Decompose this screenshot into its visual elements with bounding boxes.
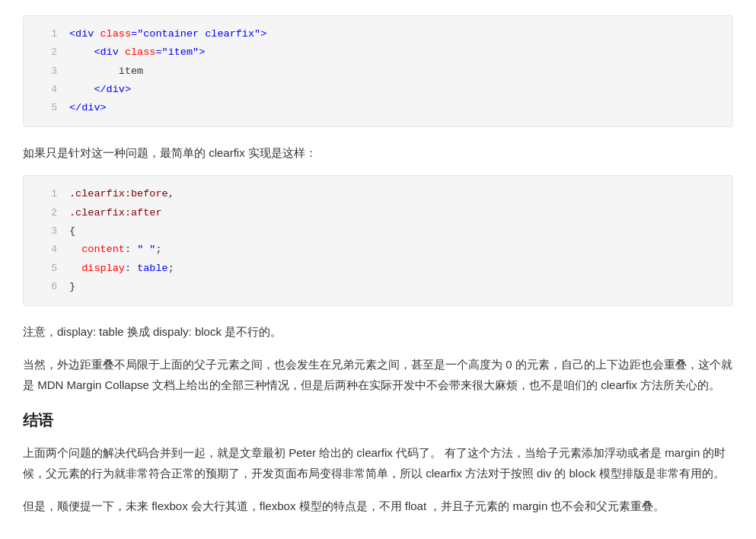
paragraph-1: 如果只是针对这一种问题，最简单的 clearfix 实现是这样：: [23, 142, 733, 163]
code-line: 4 </div>: [36, 81, 720, 99]
code-line: 2 .clearfix:after: [36, 204, 720, 222]
code-line: 5 display: table;: [36, 260, 720, 278]
code-line: 3 item: [36, 62, 720, 81]
code-line: 1 <div class="container clearfix">: [36, 25, 720, 43]
code-block-1: 1 <div class="container clearfix"> 2 <di…: [23, 15, 733, 127]
code-line: 3 {: [36, 222, 720, 241]
code-block-2: 1 .clearfix:before, 2 .clearfix:after 3 …: [23, 175, 733, 306]
code-line: 1 .clearfix:before,: [36, 185, 720, 203]
code-line: 5 </div>: [36, 99, 720, 117]
code-line: 4 content: " ";: [36, 241, 720, 259]
paragraph-3: 当然，外边距重叠不局限于上面的父子元素之间，也会发生在兄弟元素之间，甚至是一个高…: [23, 354, 733, 395]
code-line: 6 }: [36, 278, 720, 296]
paragraph-5: 但是，顺便提一下，未来 flexbox 会大行其道，flexbox 模型的特点是…: [23, 496, 733, 516]
section-title: 结语: [23, 407, 733, 433]
paragraph-2: 注意，display: table 换成 dispaly: block 是不行的…: [23, 321, 733, 342]
paragraph-4: 上面两个问题的解决代码合并到一起，就是文章最初 Peter 给出的 clearf…: [23, 442, 733, 483]
code-line: 2 <div class="item">: [36, 43, 720, 62]
